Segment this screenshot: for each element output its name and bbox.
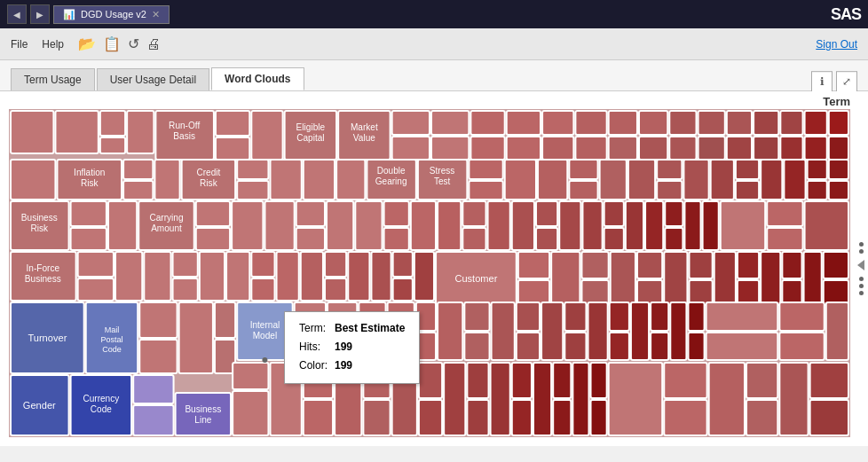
- svg-rect-78: [657, 181, 682, 200]
- svg-rect-110: [462, 201, 485, 226]
- svg-rect-53: [123, 181, 153, 200]
- svg-rect-141: [251, 252, 274, 277]
- svg-rect-113: [512, 201, 534, 250]
- svg-rect-28: [727, 111, 752, 135]
- svg-rect-94: [108, 201, 137, 250]
- svg-text:Capital: Capital: [296, 133, 324, 143]
- app-tab-close[interactable]: ✕: [152, 9, 160, 20]
- svg-rect-255: [709, 363, 745, 435]
- svg-rect-120: [626, 201, 643, 250]
- svg-rect-163: [689, 252, 712, 278]
- svg-rect-117: [582, 201, 602, 250]
- svg-rect-134: [78, 278, 114, 301]
- help-menu[interactable]: Help: [42, 38, 64, 51]
- svg-rect-39: [609, 137, 637, 160]
- svg-rect-100: [232, 201, 263, 250]
- svg-text:Carrying: Carrying: [149, 213, 183, 223]
- svg-rect-147: [348, 252, 369, 301]
- svg-rect-62: [336, 160, 365, 200]
- svg-rect-245: [512, 400, 532, 435]
- open-icon[interactable]: 📂: [78, 35, 96, 52]
- refresh-icon[interactable]: ↺: [128, 35, 139, 52]
- svg-rect-156: [551, 252, 580, 305]
- svg-rect-115: [536, 228, 557, 250]
- sidebar-dots: [857, 242, 864, 295]
- svg-rect-133: [78, 252, 114, 277]
- svg-text:Business: Business: [25, 274, 61, 284]
- svg-rect-145: [325, 252, 346, 277]
- svg-rect-24: [609, 111, 637, 135]
- svg-rect-260: [810, 400, 848, 435]
- dot-3: [859, 277, 864, 281]
- menu-bar-left: File Help 📂 📋 ↺ 🖨: [11, 35, 161, 52]
- svg-rect-5: [127, 111, 154, 153]
- svg-text:Turnover: Turnover: [28, 333, 67, 343]
- svg-rect-203: [564, 302, 586, 331]
- svg-rect-42: [698, 137, 725, 160]
- svg-rect-119: [604, 228, 624, 250]
- svg-rect-138: [173, 278, 198, 301]
- svg-point-261: [262, 357, 267, 363]
- svg-rect-229: [233, 363, 268, 389]
- tooltip-term-value: Best Estimate: [331, 319, 408, 338]
- file-menu[interactable]: File: [11, 38, 28, 51]
- app-tab[interactable]: 📊 DGD Usage v2 ✕: [53, 5, 170, 24]
- svg-rect-26: [669, 111, 696, 135]
- svg-rect-27: [698, 111, 725, 135]
- expand-button[interactable]: ⤢: [836, 71, 857, 92]
- svg-rect-254: [664, 400, 706, 435]
- svg-text:Basis: Basis: [173, 131, 195, 141]
- copy-icon[interactable]: 📋: [103, 35, 121, 52]
- svg-rect-30: [780, 111, 802, 135]
- svg-rect-173: [824, 280, 848, 305]
- svg-rect-233: [304, 400, 333, 435]
- svg-rect-157: [581, 252, 608, 278]
- svg-rect-11: [251, 111, 282, 160]
- svg-rect-249: [572, 363, 588, 435]
- tab-term-usage[interactable]: Term Usage: [11, 68, 95, 90]
- svg-rect-204: [564, 333, 586, 360]
- svg-rect-35: [470, 137, 504, 160]
- svg-rect-4: [100, 137, 125, 153]
- svg-rect-252: [609, 363, 663, 435]
- svg-text:Double: Double: [377, 166, 406, 176]
- svg-rect-2: [55, 111, 98, 153]
- nav-back-button[interactable]: ◀: [7, 4, 27, 24]
- tab-word-clouds[interactable]: Word Clouds: [211, 67, 304, 90]
- svg-rect-44: [754, 137, 778, 160]
- svg-rect-73: [569, 160, 597, 179]
- dot-2: [859, 249, 864, 254]
- svg-rect-82: [736, 181, 759, 200]
- info-button[interactable]: ℹ: [811, 71, 832, 92]
- print-icon[interactable]: 🖨: [146, 36, 161, 52]
- svg-rect-1: [11, 111, 53, 153]
- svg-rect-18: [392, 111, 430, 135]
- svg-rect-3: [100, 111, 125, 136]
- svg-rect-84: [784, 160, 805, 200]
- svg-rect-123: [665, 228, 683, 250]
- svg-rect-129: [805, 201, 848, 250]
- tooltip-hits-label: Hits:: [296, 338, 331, 356]
- sidebar-arrow[interactable]: [857, 260, 864, 270]
- svg-text:Risk: Risk: [81, 178, 99, 188]
- svg-rect-150: [393, 278, 413, 301]
- nav-forward-button[interactable]: ▶: [30, 4, 50, 24]
- svg-rect-238: [419, 363, 442, 398]
- svg-rect-40: [639, 137, 667, 160]
- svg-rect-151: [414, 252, 434, 301]
- svg-rect-114: [536, 201, 557, 226]
- svg-rect-86: [829, 160, 848, 179]
- svg-rect-256: [746, 363, 777, 398]
- tab-user-usage-detail[interactable]: User Usage Detail: [97, 68, 209, 90]
- svg-rect-226: [176, 393, 232, 435]
- svg-rect-170: [782, 280, 801, 305]
- svg-rect-116: [559, 201, 580, 250]
- svg-rect-47: [829, 137, 848, 160]
- svg-rect-172: [824, 252, 848, 278]
- svg-text:Risk: Risk: [200, 178, 218, 188]
- svg-rect-243: [491, 363, 510, 435]
- svg-rect-164: [689, 280, 712, 305]
- menu-icons: 📂 📋 ↺ 🖨: [78, 35, 161, 52]
- svg-rect-155: [518, 280, 549, 305]
- sign-out-link[interactable]: Sign Out: [816, 38, 857, 51]
